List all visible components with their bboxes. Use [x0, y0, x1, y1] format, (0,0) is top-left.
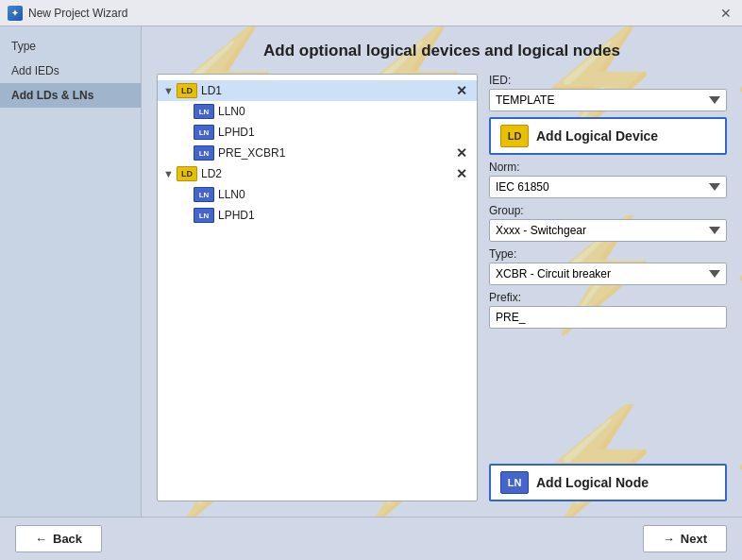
main-panel: Add optional logical devices and logical…	[142, 26, 742, 517]
tree-node-lln0-2[interactable]: LN LLN0	[158, 184, 477, 205]
node-label-ld1: LD1	[201, 84, 452, 97]
node-label-lphd1-2: LPHD1	[218, 209, 471, 222]
bottom-bar: ← Back → Next	[0, 517, 742, 560]
tree-node-ld2[interactable]: ▼ LD LD2 ✕	[158, 163, 477, 184]
add-logical-device-button[interactable]: LD Add Logical Device	[489, 117, 727, 155]
right-panel: IED: TEMPLATE LD Add Logical Device Norm…	[489, 74, 727, 501]
next-arrow-icon: →	[663, 532, 675, 546]
tree-node-lphd1-2[interactable]: LN LPHD1	[158, 205, 477, 226]
next-button[interactable]: → Next	[643, 525, 727, 552]
sidebar: Type Add IEDs Add LDs & LNs	[0, 26, 142, 517]
type-select[interactable]: XCBR - Circuit breaker	[489, 263, 727, 285]
page-title: Add optional logical devices and logical…	[157, 42, 727, 60]
norm-label: Norm:	[489, 161, 727, 174]
tree-node-ld1[interactable]: ▼ LD LD1 ✕	[158, 80, 477, 101]
back-button[interactable]: ← Back	[15, 525, 102, 552]
prefix-field: Prefix:	[489, 291, 727, 329]
group-select[interactable]: Xxxx - Switchgear	[489, 219, 727, 242]
main-content: Type Add IEDs Add LDs & LNs Add optional…	[0, 26, 742, 517]
next-label: Next	[681, 532, 707, 546]
sidebar-item-add-ieds[interactable]: Add IEDs	[0, 59, 141, 83]
delete-ld1-button[interactable]: ✕	[452, 83, 471, 98]
node-label-ld2: LD2	[201, 167, 452, 180]
ln-big-icon: LN	[500, 471, 529, 494]
tree-node-lln0-1[interactable]: LN LLN0	[158, 101, 477, 122]
add-logical-device-label: Add Logical Device	[536, 128, 658, 144]
tree-node-lphd1-1[interactable]: LN LPHD1	[158, 122, 477, 143]
prefix-input[interactable]	[489, 306, 727, 329]
window-title: New Project Wizard	[28, 7, 127, 20]
add-logical-node-button[interactable]: LN Add Logical Node	[489, 464, 727, 501]
norm-select[interactable]: IEC 61850	[489, 176, 727, 198]
back-label: Back	[53, 532, 82, 546]
ln-icon-prexcbr1: LN	[194, 145, 214, 161]
type-label: Type:	[489, 247, 727, 261]
node-label-lln0-1: LLN0	[218, 105, 471, 118]
node-label-lln0-2: LLN0	[218, 188, 471, 201]
expand-arrow-ld2[interactable]: ▼	[163, 168, 177, 179]
ied-field: IED: TEMPLATE	[489, 74, 727, 111]
close-button[interactable]: ✕	[717, 5, 734, 22]
node-label-lphd1-1: LPHD1	[218, 126, 471, 139]
back-arrow-icon: ←	[35, 532, 47, 546]
ln-icon-lln0-1: LN	[194, 104, 214, 119]
ied-label: IED:	[489, 74, 727, 87]
group-label: Group:	[489, 204, 727, 217]
main-body: ▼ LD LD1 ✕ LN LLN0	[157, 74, 727, 501]
norm-field: Norm: IEC 61850	[489, 161, 727, 198]
ld-big-icon: LD	[500, 125, 529, 147]
type-field: Type: XCBR - Circuit breaker	[489, 247, 727, 285]
delete-prexcbr1-button[interactable]: ✕	[452, 145, 471, 161]
sidebar-item-type[interactable]: Type	[0, 34, 141, 59]
ld-icon-ld1: LD	[177, 83, 197, 98]
ln-icon-lphd1-1: LN	[194, 125, 214, 140]
title-bar: ✦ New Project Wizard ✕	[0, 0, 742, 26]
tree-node-prexcbr1[interactable]: LN PRE_XCBR1 ✕	[158, 143, 477, 163]
group-field: Group: Xxxx - Switchgear	[489, 204, 727, 242]
app-icon: ✦	[8, 6, 23, 21]
wizard-window: ✦ New Project Wizard ✕ Type Add IEDs Add…	[0, 0, 742, 560]
delete-ld2-button[interactable]: ✕	[452, 166, 471, 181]
ied-select[interactable]: TEMPLATE	[489, 89, 727, 111]
expand-arrow-ld1[interactable]: ▼	[163, 85, 177, 96]
title-bar-left: ✦ New Project Wizard	[8, 6, 127, 21]
spacer	[489, 334, 727, 458]
prefix-label: Prefix:	[489, 291, 727, 304]
ln-icon-lphd1-2: LN	[194, 208, 214, 223]
tree-panel[interactable]: ▼ LD LD1 ✕ LN LLN0	[157, 74, 478, 501]
add-logical-node-label: Add Logical Node	[536, 475, 649, 490]
ln-icon-lln0-2: LN	[194, 187, 214, 202]
node-label-prexcbr1: PRE_XCBR1	[218, 146, 452, 160]
ld-icon-ld2: LD	[177, 166, 197, 181]
sidebar-item-add-lds-lns[interactable]: Add LDs & LNs	[0, 83, 141, 108]
